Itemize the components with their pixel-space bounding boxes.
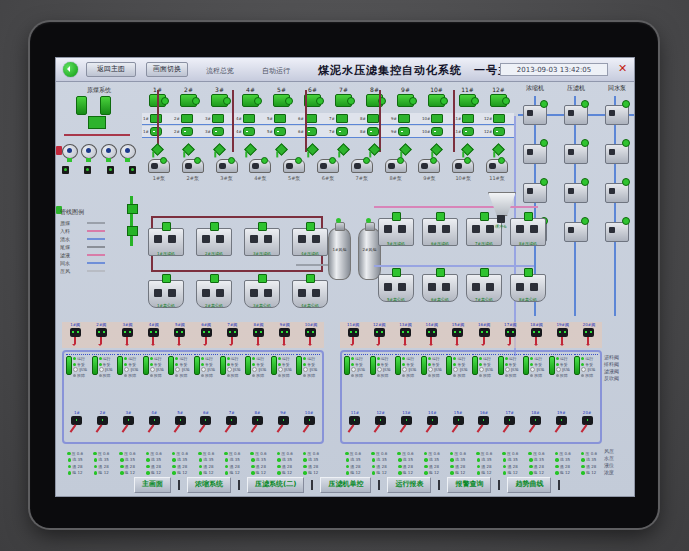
conveyor-segment[interactable]: 10# (421, 126, 452, 137)
feeder-icon[interactable] (490, 94, 507, 107)
pump-icon[interactable] (418, 159, 440, 173)
valve-icon[interactable] (174, 328, 185, 337)
valve-icon[interactable] (348, 328, 359, 337)
pump-icon[interactable] (385, 159, 407, 173)
valve-icon[interactable] (426, 328, 437, 337)
pump-icon[interactable] (101, 144, 117, 159)
conveyor-segment[interactable]: 10# (421, 113, 452, 124)
conveyor-segment[interactable]: 4# (235, 113, 266, 124)
pump-icon[interactable] (148, 159, 170, 173)
conveyor-segment[interactable]: 8# (359, 126, 390, 137)
tank-icon[interactable] (76, 96, 87, 115)
centrifuge-icon[interactable]: 5#离心机 (378, 274, 414, 302)
valve-icon[interactable] (149, 416, 160, 425)
conveyor-segment[interactable]: 2# (173, 113, 204, 124)
nav-menu-button[interactable]: 画面切换 (146, 62, 188, 77)
centrifuge-icon[interactable]: 4#离心机 (292, 280, 328, 308)
nav-back-button[interactable]: 返回主图 (86, 62, 136, 77)
device-icon[interactable] (564, 144, 588, 164)
conveyor-segment[interactable]: 3# (204, 126, 235, 137)
device-icon[interactable] (564, 183, 588, 203)
nav-button[interactable]: 主画面 (134, 477, 171, 493)
valve-icon[interactable] (401, 416, 412, 425)
diamond-valve-icon[interactable] (306, 143, 319, 156)
nav-button[interactable]: 压滤机单控 (320, 477, 371, 493)
valve-icon[interactable] (175, 416, 186, 425)
conveyor-segment[interactable]: 2# (173, 126, 204, 137)
diamond-valve-icon[interactable] (430, 143, 443, 156)
valve-icon[interactable] (400, 328, 411, 337)
centrifuge-icon[interactable]: 7#离心机 (466, 274, 502, 302)
filter-press-icon[interactable]: 1#压滤机 (148, 228, 184, 256)
valve-icon[interactable] (62, 166, 69, 174)
valve-icon[interactable] (97, 416, 108, 425)
diamond-valve-icon[interactable] (368, 143, 381, 156)
conveyor-segment[interactable]: 11# (452, 113, 483, 124)
conveyor-segment[interactable]: 7# (328, 126, 359, 137)
valve-icon[interactable] (582, 416, 593, 425)
valve-icon[interactable] (530, 416, 541, 425)
conveyor-segment[interactable]: 8# (359, 113, 390, 124)
valve-icon[interactable] (279, 328, 290, 337)
conveyor-segment[interactable]: 4# (235, 126, 266, 137)
valve-icon[interactable] (304, 416, 315, 425)
valve-icon[interactable] (305, 328, 316, 337)
valve-icon[interactable] (478, 416, 489, 425)
feeder-icon[interactable] (428, 94, 445, 107)
valve-icon[interactable] (479, 328, 490, 337)
conveyor-segment[interactable]: 7# (328, 113, 359, 124)
filter-press-icon[interactable]: 4#压滤机 (292, 228, 328, 256)
valve-icon[interactable] (200, 416, 211, 425)
pump-icon[interactable] (452, 159, 474, 173)
feeder-icon[interactable] (242, 94, 259, 107)
feeder-icon[interactable] (335, 94, 352, 107)
valve-icon[interactable] (452, 328, 463, 337)
valve-icon[interactable] (71, 416, 82, 425)
valve-icon[interactable] (84, 166, 91, 174)
close-icon[interactable]: ✕ (616, 62, 629, 75)
valve-icon[interactable] (427, 416, 438, 425)
device-icon[interactable] (564, 222, 588, 242)
feeder-icon[interactable] (211, 94, 228, 107)
conveyor-segment[interactable]: 5# (266, 113, 297, 124)
valve-icon[interactable] (504, 416, 515, 425)
pump-icon[interactable] (283, 159, 305, 173)
hopper-icon[interactable] (488, 192, 516, 216)
centrifuge-icon[interactable]: 6#离心机 (422, 274, 458, 302)
pump-icon[interactable] (249, 159, 271, 173)
back-arrow-icon[interactable] (63, 62, 78, 77)
device-icon[interactable] (523, 183, 547, 203)
feeder-icon[interactable] (88, 116, 106, 129)
device-icon[interactable] (523, 105, 547, 125)
diamond-valve-icon[interactable] (399, 143, 412, 156)
pump-icon[interactable] (317, 159, 339, 173)
pump-icon[interactable] (120, 144, 136, 159)
nav-button[interactable]: 报警查询 (447, 477, 491, 493)
feeder-icon[interactable] (273, 94, 290, 107)
nav-button[interactable]: 趋势曲线 (507, 477, 551, 493)
diamond-valve-icon[interactable] (151, 143, 164, 156)
feeder-icon[interactable] (397, 94, 414, 107)
valve-icon[interactable] (227, 328, 238, 337)
valve-icon[interactable] (252, 416, 263, 425)
valve-icon[interactable] (122, 328, 133, 337)
centrifuge-icon[interactable]: 1#离心机 (148, 280, 184, 308)
diamond-valve-icon[interactable] (213, 143, 226, 156)
conveyor-segment[interactable]: 9# (390, 113, 421, 124)
device-icon[interactable] (605, 105, 629, 125)
valve-icon[interactable] (531, 328, 542, 337)
conveyor-segment[interactable]: 3# (204, 113, 235, 124)
device-icon[interactable] (605, 222, 629, 242)
valve-icon[interactable] (129, 166, 136, 174)
valve-icon[interactable] (70, 328, 81, 337)
valve-icon[interactable] (253, 328, 264, 337)
valve-icon[interactable] (505, 328, 516, 337)
valve-icon[interactable] (123, 416, 134, 425)
nav-button[interactable]: 压滤系统(二) (247, 477, 304, 493)
valve-icon[interactable] (226, 416, 237, 425)
filter-press-icon[interactable]: 8#压滤机 (510, 218, 546, 246)
valve-icon[interactable] (201, 328, 212, 337)
diamond-valve-icon[interactable] (244, 143, 257, 156)
filter-press-icon[interactable]: 2#压滤机 (196, 228, 232, 256)
nav-button[interactable]: 运行报表 (387, 477, 431, 493)
